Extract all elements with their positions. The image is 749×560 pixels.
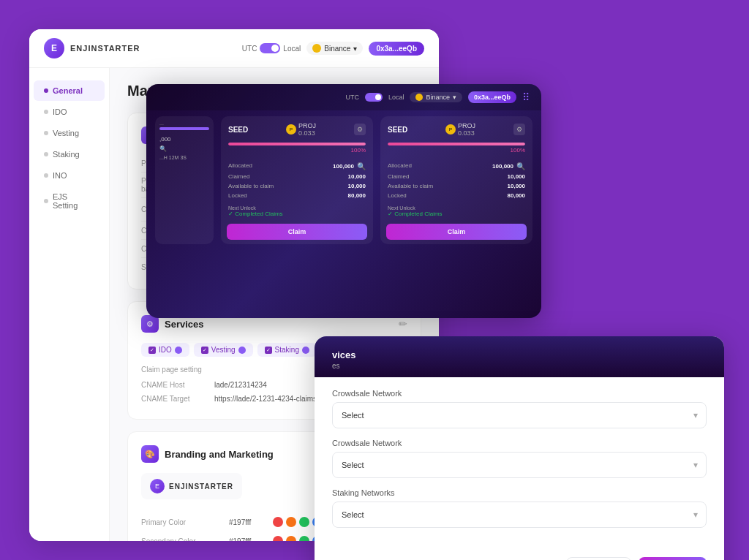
staking-networks-select[interactable]: Select [332, 502, 707, 528]
left-partial-card: ... ,000 🔍 ...H 12M 3S [155, 116, 214, 244]
grid-icon[interactable]: ⠿ [522, 91, 530, 103]
staking-networks-field: Staking Networks Select [332, 488, 707, 528]
seed-card-1: SEED P PROJ 0.033 ⚙ 100% Allocated [221, 116, 373, 244]
color-dot[interactable] [286, 517, 296, 527]
dark-binance-icon [415, 94, 423, 101]
modal-subtitle: es [332, 362, 707, 370]
search-icon[interactable]: 🔍 [159, 145, 167, 152]
logo-area: E ENJINSTARTER [44, 38, 140, 58]
search-icon[interactable]: 🔍 [357, 162, 366, 170]
sidebar-item-ejs[interactable]: EJS Setting [34, 186, 105, 216]
sidebar-dot [44, 88, 48, 93]
timer: ...H 12M 3S [155, 154, 214, 162]
settings-icon-2[interactable]: ⚙ [513, 124, 525, 135]
crowdsale-network-wrapper-2: Select [332, 452, 707, 478]
next-unlock-1: Next Unlock ✓ Completed Claims [221, 203, 373, 219]
color-dot[interactable] [286, 536, 296, 541]
modal-panel: vices es Crowdsale Network Select Crowds… [315, 336, 724, 560]
seed-card-2: SEED P PROJ 0.033 ⚙ 100% Allocated [380, 116, 532, 244]
sidebar-dot [44, 199, 48, 203]
completed-claims-2: ✓ Completed Claims [388, 211, 525, 217]
modal-header: vices es [315, 336, 724, 377]
binance-icon [312, 44, 321, 53]
crowdsale-network-select-1[interactable]: Select [332, 402, 707, 428]
progress-wrap-2: 100% [380, 143, 532, 158]
tag-ido: ✓ IDO [141, 343, 189, 357]
services-title: Services [165, 319, 204, 330]
dark-local-label: Local [388, 94, 404, 101]
sidebar-dot [44, 173, 48, 178]
utc-toggle: UTC Local [242, 43, 301, 53]
dark-utc-label: UTC [345, 94, 359, 101]
brand-logo: E ENJINSTARTER [141, 473, 242, 499]
logo-icon: E [44, 38, 64, 58]
tag-vesting: ✓ Vesting [194, 343, 253, 357]
claim-button-2[interactable]: Claim [386, 224, 527, 240]
proj-coin-icon-1: P [286, 124, 296, 135]
dark-top-bar: UTC Local Binance ▾ 0x3a...eeQb ⠿ [146, 84, 541, 110]
crowdsale-network-wrapper-1: Select [332, 402, 707, 428]
network-selector[interactable]: Binance ▾ [306, 42, 363, 55]
dark-wallet-address[interactable]: 0x3a...eeQb [468, 91, 516, 103]
brand-logo-text: ENJINSTARTER [169, 483, 233, 491]
crowdsale-network-field-1: Crowdsale Network Select [332, 389, 707, 428]
staking-networks-wrapper: Select [332, 502, 707, 528]
seed-badge-2: SEED [388, 126, 407, 134]
modal-footer: Close Create [315, 550, 724, 560]
create-button[interactable]: Create [639, 557, 707, 560]
color-dot[interactable] [273, 517, 283, 527]
proj-coin-2: P PROJ 0.033 [445, 122, 475, 137]
crowdsale-network-select-2[interactable]: Select [332, 452, 707, 478]
dark-network-selector[interactable]: Binance ▾ [410, 92, 462, 102]
seed-badge-1: SEED [228, 126, 248, 134]
sidebar-dot [44, 152, 48, 156]
dark-panel: UTC Local Binance ▾ 0x3a...eeQb ⠿ ... ,0… [146, 84, 541, 318]
branding-icon: 🎨 [141, 445, 159, 463]
progress-wrap-1: 100% [221, 143, 373, 158]
color-dot[interactable] [299, 517, 309, 527]
sidebar-item-vesting[interactable]: Vesting [34, 123, 105, 143]
crowdsale-network-field-2: Crowdsale Network Select [332, 439, 707, 478]
tag-staking: ✓ Staking [257, 343, 317, 357]
cards-row: ... ,000 🔍 ...H 12M 3S SEED P PROJ 0.033 [146, 110, 541, 250]
brand-logo-icon: E [150, 479, 165, 493]
progress-fill-1 [228, 143, 366, 145]
claim-button-1[interactable]: Claim [227, 224, 367, 240]
sidebar-item-ino[interactable]: INO [34, 165, 105, 186]
modal-body: Crowdsale Network Select Crowdsale Netwo… [315, 377, 724, 550]
progress-pct-2: 100% [388, 147, 525, 154]
next-unlock-2: Next Unlock ✓ Completed Claims [380, 203, 532, 219]
lp-numbers: ,000 [155, 135, 214, 144]
sidebar-item-staking[interactable]: Staking [34, 144, 105, 164]
utc-local-toggle[interactable] [260, 43, 280, 53]
edit-icon[interactable]: ✏ [399, 318, 407, 330]
completed-claims-1: ✓ Completed Claims [228, 211, 366, 217]
seed-data-1: Allocated 100,000 🔍 Claimed 10,000 Avail… [221, 158, 373, 203]
seed-data-2: Allocated 100,000 🔍 Claimed 10,000 Avail… [380, 158, 532, 203]
settings-icon-1[interactable]: ⚙ [354, 124, 366, 135]
sidebar-item-ido[interactable]: IDO [34, 102, 105, 122]
color-dot[interactable] [299, 536, 309, 541]
logo-text: ENJINSTARTER [70, 44, 140, 53]
color-dot[interactable] [273, 536, 283, 541]
lp-progress-bar [159, 127, 209, 130]
branding-title: Branding and Marketing [165, 449, 274, 460]
sidebar: General IDO Vesting Staking INO EJS Sett… [29, 68, 110, 541]
progress-pct-1: 100% [228, 147, 366, 154]
search-icon[interactable]: 🔍 [516, 162, 525, 170]
close-button[interactable]: Close [566, 557, 631, 560]
sidebar-item-general[interactable]: General [34, 80, 105, 101]
progress-fill-2 [388, 143, 525, 145]
top-bar-right: UTC Local Binance ▾ 0x3a...eeQb [242, 42, 424, 56]
dark-utc-local-toggle[interactable] [365, 93, 383, 102]
top-bar: E ENJINSTARTER UTC Local Binance ▾ 0x3a.… [29, 29, 439, 68]
sidebar-dot [44, 131, 48, 135]
wallet-address[interactable]: 0x3a...eeQb [369, 42, 424, 56]
modal-title: vices [332, 349, 707, 360]
proj-coin-1: P PROJ 0.033 [286, 122, 316, 137]
proj-coin-icon-2: P [445, 124, 456, 135]
sidebar-dot [44, 110, 48, 114]
